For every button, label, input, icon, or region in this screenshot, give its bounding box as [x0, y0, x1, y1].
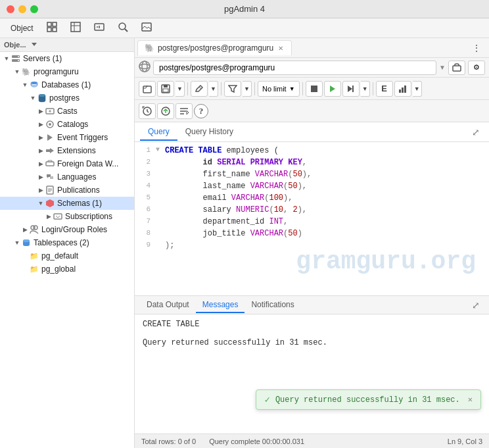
toast-text: Query returned successfully in 31 msec. — [275, 395, 460, 405]
toolbar-main: ▼ ▼ ▼ No limit ▼ — [135, 78, 489, 100]
tree-item-pg-default[interactable]: 📁 pg_default — [0, 249, 134, 262]
menu-icon-search[interactable] — [112, 20, 133, 36]
window-title: pgAdmin 4 — [224, 4, 265, 14]
run-explain-button[interactable] — [342, 81, 360, 97]
bottom-panel: Data Output Messages Notifications ⤢ CRE… — [135, 295, 489, 434]
connection-input[interactable] — [153, 61, 436, 75]
code-editor[interactable]: 1 ▼ CREATE TABLE employees ( 2 id SERIAL… — [135, 142, 489, 295]
tab-query[interactable]: Query — [140, 124, 177, 141]
svg-point-10 — [119, 23, 126, 30]
publications-icon — [45, 185, 55, 195]
tab-query-history[interactable]: Query History — [177, 124, 241, 141]
tree-item-programguru[interactable]: ▼ 🐘 programguru — [0, 65, 134, 78]
tree-item-casts[interactable]: ▶ Casts — [0, 105, 134, 118]
conn-star-button[interactable] — [448, 61, 465, 75]
main-tab[interactable]: 🐘 postgres/postgres@programguru ✕ — [137, 40, 292, 55]
run-button[interactable] — [324, 81, 341, 97]
tree-item-subscriptions[interactable]: ▶ Subscriptions — [0, 210, 134, 223]
close-button[interactable] — [7, 5, 14, 13]
code-line-1: 1 ▼ CREATE TABLE employees ( — [135, 146, 489, 158]
tab-notifications[interactable]: Notifications — [244, 297, 300, 313]
svg-line-45 — [199, 87, 201, 89]
tree-item-login-roles[interactable]: ▶ Login/Group Roles — [0, 223, 134, 236]
conn-settings-button[interactable]: ⚙ — [468, 61, 485, 75]
publications-label: Publications — [57, 186, 100, 195]
svg-rect-50 — [399, 89, 401, 93]
open-file-button[interactable] — [139, 81, 156, 97]
svg-point-37 — [139, 64, 150, 69]
subscriptions-label: Subscriptions — [65, 212, 112, 221]
explain-button[interactable]: E — [376, 81, 393, 97]
tree-item-schemas[interactable]: ▼ Schemas (1) — [0, 197, 134, 210]
menu-icon-sql[interactable] — [89, 20, 110, 36]
tab-messages[interactable]: Messages — [196, 297, 245, 313]
svg-rect-4 — [71, 22, 80, 32]
tab-more-button[interactable]: ⋮ — [467, 40, 486, 56]
svg-rect-52 — [404, 86, 406, 93]
tab-data-output[interactable]: Data Output — [140, 297, 196, 313]
maximize-button[interactable] — [30, 5, 38, 13]
tab-close-button[interactable]: ✕ — [277, 44, 285, 53]
menu-icon-db[interactable] — [41, 20, 62, 36]
tablespaces-label: Tablespaces (2) — [34, 238, 89, 247]
tablespaces-icon — [21, 237, 32, 248]
databases-label: Databases (1) — [41, 80, 91, 89]
save-dropdown-button[interactable]: ▼ — [175, 81, 185, 97]
toast-close-button[interactable]: ✕ — [468, 395, 473, 405]
save-button[interactable] — [157, 81, 174, 97]
help-button[interactable]: ? — [194, 104, 208, 118]
content-area: Obje... ▼ Servers (1) ▼ 🐘 programguru ▼ — [0, 38, 489, 448]
tree-item-catalogs[interactable]: ▶ Catalogs — [0, 118, 134, 131]
macros-button[interactable] — [157, 103, 174, 119]
tree-arrow-casts: ▶ — [37, 107, 45, 115]
run-dropdown-button[interactable]: ▼ — [361, 81, 370, 97]
svg-marker-59 — [187, 111, 189, 114]
filter-button[interactable] — [224, 81, 241, 97]
query-expand-button[interactable]: ⤢ — [468, 126, 484, 139]
cursor-position: Ln 9, Col 3 — [448, 437, 482, 445]
filter-dropdown-button[interactable]: ▼ — [243, 81, 252, 97]
query-history-button[interactable] — [139, 103, 156, 119]
tree-item-tablespaces[interactable]: ▼ Tablespaces (2) — [0, 236, 134, 249]
menu-icon-table[interactable] — [65, 20, 86, 36]
tree-item-languages[interactable]: ▶ Languages — [0, 170, 134, 184]
tree-item-databases[interactable]: ▼ Databases (1) — [0, 78, 134, 91]
edit-button[interactable] — [191, 81, 208, 97]
tree-item-extensions[interactable]: ▶ Extensions — [0, 144, 134, 157]
chart-button[interactable] — [394, 81, 411, 97]
code-line-8: 8 job_title VARCHAR(50) — [135, 229, 489, 241]
line-content-2: id SERIAL PRIMARY KEY, — [165, 158, 484, 167]
edit-dropdown-button[interactable]: ▼ — [209, 81, 218, 97]
line-content-5: email VARCHAR(100), — [165, 193, 484, 203]
format-button[interactable] — [175, 103, 193, 119]
line-num-5: 5 — [140, 193, 156, 201]
tree-item-servers[interactable]: ▼ Servers (1) — [0, 52, 134, 65]
minimize-button[interactable] — [18, 5, 26, 13]
chart-dropdown-button[interactable]: ▼ — [413, 81, 422, 97]
svg-rect-32 — [54, 214, 62, 219]
menu-object[interactable]: Object — [5, 22, 39, 35]
statusbar: Total rows: 0 of 0 Query complete 00:00:… — [135, 434, 489, 448]
line-num-2: 2 — [140, 158, 156, 166]
svg-point-16 — [18, 56, 19, 57]
separator-1 — [187, 82, 188, 95]
tree-item-publications[interactable]: ▶ Publications — [0, 184, 134, 197]
menu-icon-image[interactable] — [136, 20, 157, 36]
limit-dropdown[interactable]: No limit ▼ — [258, 81, 300, 97]
window-controls[interactable] — [7, 5, 38, 13]
tree-arrow-subscriptions: ▶ — [45, 212, 53, 220]
svg-rect-27 — [46, 162, 54, 166]
svg-rect-46 — [311, 86, 317, 92]
bottom-expand-button[interactable]: ⤢ — [468, 299, 484, 312]
tree-item-fdw[interactable]: ▶ Foreign Data W... — [0, 157, 134, 170]
tree-item-event-triggers[interactable]: ▶ Event Triggers — [0, 131, 134, 144]
menubar: Object — [0, 18, 489, 38]
tree-arrow-tablespaces: ▼ — [13, 239, 21, 247]
svg-rect-25 — [46, 149, 50, 152]
servers-label: Servers (1) — [23, 54, 62, 63]
tree-item-pg-global[interactable]: 📁 pg_global — [0, 262, 134, 276]
stop-button[interactable] — [306, 81, 323, 97]
line-content-8: job_title VARCHAR(50) — [165, 229, 484, 238]
connection-bar: ▼ ⚙ — [135, 58, 489, 78]
tree-item-postgres-db[interactable]: ▼ postgres — [0, 91, 134, 105]
